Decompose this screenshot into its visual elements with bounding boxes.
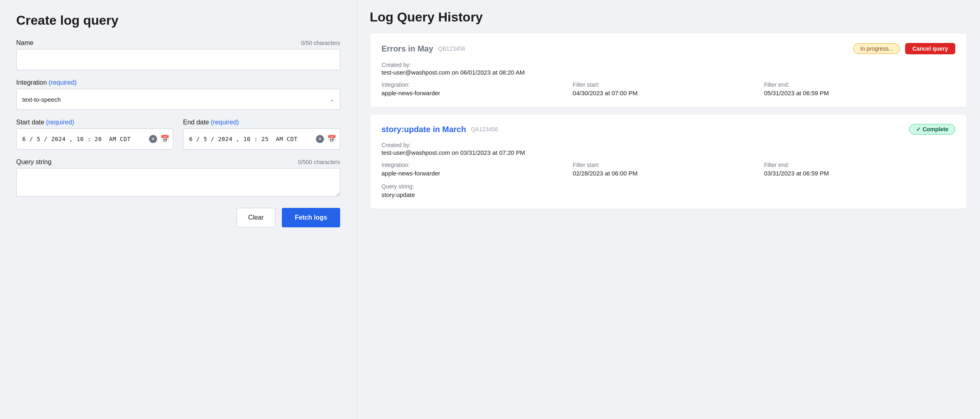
card-1-header: Errors in May QB123456 In progress... Ca…	[381, 43, 955, 54]
card-2-integration-label: Integration:	[381, 162, 573, 168]
clear-button[interactable]: Clear	[236, 208, 275, 227]
card-2-created-label: Created by:	[381, 142, 955, 148]
start-date-field: Start date (required) ✕ 📅	[16, 119, 173, 150]
integration-select-wrapper: text-to-speech apple-news-forwarder othe…	[16, 89, 340, 110]
card-1-id: QB123456	[438, 45, 465, 52]
end-date-input-wrapper: ✕ 📅	[183, 128, 340, 150]
card-1-name: Errors in May	[381, 44, 433, 53]
card-1-integration: Integration: apple-news-forwarder	[381, 81, 573, 97]
card-2-filter-start-label: Filter start:	[573, 162, 764, 168]
end-date-icons: ✕ 📅	[316, 135, 336, 143]
end-date-clear-icon[interactable]: ✕	[316, 135, 324, 143]
integration-label-row: Integration (required)	[16, 79, 340, 86]
card-2-integration: Integration: apple-news-forwarder	[381, 162, 573, 177]
card-2-query-string-label: Query string:	[381, 183, 955, 190]
card-2-filter-end-value: 03/31/2023 at 06:59 PM	[764, 169, 955, 177]
query-string-char-count: 0/500 characters	[298, 159, 340, 165]
integration-section: Integration (required) text-to-speech ap…	[16, 79, 340, 110]
cancel-query-button[interactable]: Cancel query	[905, 43, 955, 54]
card-1-created-label: Created by:	[381, 62, 955, 68]
fetch-logs-button[interactable]: Fetch logs	[282, 208, 340, 227]
card-2-integration-value: apple-news-forwarder	[381, 169, 573, 177]
card-2-meta: Created by: test-user@washpost.com on 03…	[381, 142, 955, 156]
query-string-label: Query string	[16, 158, 51, 166]
date-row: Start date (required) ✕ 📅 End date (requ…	[16, 119, 340, 150]
card-1-created-value: test-user@washpost.com on 06/01/2023 at …	[381, 69, 955, 76]
end-date-label: End date (required)	[183, 119, 239, 126]
card-1-filter-start-label: Filter start:	[573, 81, 764, 88]
card-1-details-grid: Integration: apple-news-forwarder Filter…	[381, 81, 955, 97]
card-2-filter-start-value: 02/28/2023 at 06:00 PM	[573, 169, 764, 177]
name-label: Name	[16, 39, 34, 47]
card-2-filter-end: Filter end: 03/31/2023 at 06:59 PM	[764, 162, 955, 177]
start-date-required: (required)	[46, 119, 74, 126]
start-date-icons: ✕ 📅	[149, 135, 169, 143]
name-char-count: 0/50 characters	[301, 40, 341, 46]
query-string-section: Query string 0/500 characters	[16, 158, 340, 198]
button-row: Clear Fetch logs	[16, 208, 340, 227]
card-2-query-string-section: Query string: story:update	[381, 183, 955, 199]
card-2-header: story:update in March QA123456 ✓ Complet…	[381, 124, 955, 135]
history-card-1: Errors in May QB123456 In progress... Ca…	[370, 33, 967, 107]
card-1-meta: Created by: test-user@washpost.com on 06…	[381, 62, 955, 76]
card-2-details-grid: Integration: apple-news-forwarder Filter…	[381, 162, 955, 177]
right-panel: Log Query History Errors in May QB123456…	[356, 0, 980, 419]
card-1-filter-end-value: 05/31/2023 at 06:59 PM	[764, 89, 955, 97]
start-date-input-wrapper: ✕ 📅	[16, 128, 173, 150]
card-2-filter-end-label: Filter end:	[764, 162, 955, 168]
end-date-calendar-icon[interactable]: 📅	[327, 135, 336, 143]
card-2-id: QA123456	[471, 126, 498, 133]
card-1-filter-start-value: 04/30/2023 at 07:00 PM	[573, 89, 764, 97]
integration-label: Integration (required)	[16, 79, 77, 86]
integration-select[interactable]: text-to-speech apple-news-forwarder othe…	[16, 89, 340, 110]
start-date-calendar-icon[interactable]: 📅	[160, 135, 169, 143]
card-1-filter-end: Filter end: 05/31/2023 at 06:59 PM	[764, 81, 955, 97]
card-1-integration-label: Integration:	[381, 81, 573, 88]
start-date-label: Start date (required)	[16, 119, 74, 126]
start-date-label-row: Start date (required)	[16, 119, 173, 126]
name-section: Name 0/50 characters	[16, 39, 340, 70]
query-string-label-row: Query string 0/500 characters	[16, 158, 340, 166]
card-1-filter-end-label: Filter end:	[764, 81, 955, 88]
start-date-clear-icon[interactable]: ✕	[149, 135, 157, 143]
card-2-query-string-value: story:update	[381, 190, 955, 199]
card-2-name[interactable]: story:update in March	[381, 125, 466, 134]
card-1-filter-start: Filter start: 04/30/2023 at 07:00 PM	[573, 81, 764, 97]
card-2-created-value: test-user@washpost.com on 03/31/2023 at …	[381, 149, 955, 156]
end-date-label-row: End date (required)	[183, 119, 340, 126]
history-title: Log Query History	[370, 10, 967, 25]
end-date-field: End date (required) ✕ 📅	[183, 119, 340, 150]
card-2-filter-start: Filter start: 02/28/2023 at 06:00 PM	[573, 162, 764, 177]
end-date-required: (required)	[211, 119, 239, 126]
name-input[interactable]	[16, 49, 340, 70]
page-title: Create log query	[16, 13, 340, 28]
history-card-2: story:update in March QA123456 ✓ Complet…	[370, 114, 967, 209]
query-string-input[interactable]	[16, 168, 340, 197]
card-2-status-badge: ✓ Complete	[909, 124, 955, 135]
left-panel: Create log query Name 0/50 characters In…	[0, 0, 356, 419]
name-label-row: Name 0/50 characters	[16, 39, 340, 47]
checkmark-icon: ✓	[916, 126, 921, 133]
card-1-status-badge: In progress...	[853, 43, 900, 54]
card-1-integration-value: apple-news-forwarder	[381, 89, 573, 97]
integration-required: (required)	[49, 79, 77, 86]
